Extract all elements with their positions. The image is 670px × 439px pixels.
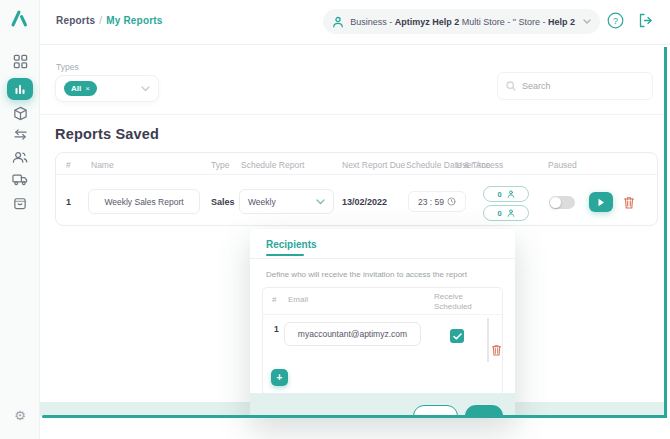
divider — [263, 314, 502, 315]
column-header-receive-scheduled: Receive Scheduled — [434, 292, 478, 312]
delete-report-icon[interactable] — [623, 196, 635, 209]
chevron-down-icon — [141, 86, 150, 92]
sidebar-item-deliveries[interactable] — [0, 172, 40, 186]
column-header-num: # — [66, 160, 71, 170]
package-icon — [13, 106, 28, 121]
search-box — [497, 72, 653, 100]
business-store-selector[interactable]: Business - Aptimyz Help 2 Multi Store - … — [323, 9, 600, 34]
chevron-down-icon — [583, 19, 591, 24]
types-label: Types — [56, 62, 79, 72]
sidebar-item-customers[interactable] — [0, 150, 40, 164]
delete-recipient-icon[interactable] — [491, 344, 502, 356]
business-selector-text: Business - Aptimyz Help 2 Multi Store - … — [350, 17, 575, 27]
column-header-paused: Paused — [548, 160, 577, 170]
logout-icon[interactable] — [637, 12, 654, 29]
divider — [40, 114, 667, 115]
schedule-time-input[interactable]: 23 : 59 — [408, 191, 466, 212]
add-recipient-button[interactable]: + — [271, 369, 288, 386]
types-selected-value: All — [71, 84, 81, 93]
search-icon — [506, 81, 516, 91]
schedule-selected-value: Weekly — [248, 197, 276, 207]
transfer-arrows-icon — [13, 128, 28, 141]
play-icon — [597, 198, 605, 207]
report-name-input[interactable] — [88, 189, 200, 214]
search-input[interactable] — [522, 81, 644, 91]
shopping-bag-icon — [13, 195, 27, 210]
time-value: 23 : 59 — [418, 197, 444, 207]
sidebar-item-transfers[interactable] — [0, 128, 40, 141]
types-select[interactable]: All × — [55, 75, 159, 102]
sidebar-item-reports[interactable] — [7, 78, 33, 100]
user-access-button-bottom[interactable]: 0 — [483, 205, 529, 221]
sidebar-item-orders[interactable] — [0, 195, 40, 210]
clock-icon — [447, 197, 456, 206]
row-number: 1 — [66, 197, 71, 207]
frame-line-horizontal — [42, 415, 667, 418]
grid-icon — [13, 54, 28, 69]
receive-scheduled-checkbox[interactable] — [450, 329, 464, 343]
modal-description: Define who will receive the invitation t… — [266, 270, 467, 279]
column-header-user-access: User Access — [456, 160, 503, 170]
breadcrumb-separator: / — [99, 15, 102, 26]
aptimyz-logo[interactable] — [9, 7, 31, 29]
user-access-count: 0 — [497, 209, 501, 218]
recipients-modal: Recipients Define who will receive the i… — [250, 229, 515, 418]
check-icon — [453, 333, 462, 340]
user-access-button-top[interactable]: 0 — [483, 186, 529, 202]
modal-title: Recipients — [266, 239, 317, 250]
person-icon — [507, 209, 515, 217]
breadcrumb-page[interactable]: My Reports — [106, 15, 162, 26]
chevron-down-icon — [316, 199, 325, 205]
user-access-count: 0 — [497, 190, 501, 199]
row-number: 1 — [274, 324, 279, 334]
column-header-num: # — [272, 295, 276, 304]
breadcrumb-section[interactable]: Reports — [56, 15, 95, 26]
truck-icon — [12, 172, 28, 186]
run-report-button[interactable] — [589, 192, 613, 212]
column-header-name: Name — [91, 160, 114, 170]
column-header-type: Type — [211, 160, 229, 170]
recipient-email-input[interactable] — [284, 322, 421, 346]
scrollbar[interactable] — [487, 318, 489, 362]
gear-icon: ⚙ — [14, 408, 26, 423]
person-icon — [507, 190, 515, 198]
help-icon[interactable]: ? — [607, 12, 624, 29]
divider — [56, 174, 657, 175]
help-symbol: ? — [613, 16, 618, 26]
top-header: Reports/My Reports Business - Aptimyz He… — [40, 0, 670, 45]
sidebar-item-products[interactable] — [0, 106, 40, 121]
toggle-knob — [550, 197, 561, 208]
remove-chip-icon[interactable]: × — [85, 84, 90, 93]
next-report-due: 13/02/2022 — [342, 197, 387, 207]
report-type: Sales — [211, 197, 235, 207]
reports-table: # Name Type Schedule Report Next Report … — [55, 152, 658, 226]
breadcrumb: Reports/My Reports — [56, 15, 163, 26]
bar-chart-icon — [14, 83, 26, 95]
types-selected-chip[interactable]: All × — [64, 81, 97, 96]
page-title: Reports Saved — [55, 126, 159, 142]
schedule-select[interactable]: Weekly — [239, 189, 334, 214]
sidebar-item-dashboard[interactable] — [0, 54, 40, 69]
users-icon — [12, 150, 28, 164]
sidebar: ⚙ — [0, 0, 40, 439]
sidebar-item-settings[interactable]: ⚙ — [0, 408, 40, 423]
recipients-table: # Email Receive Scheduled 1 + — [262, 287, 503, 395]
column-header-schedule: Schedule Report — [241, 160, 304, 170]
frame-line-vertical — [664, 47, 667, 418]
divider — [250, 258, 515, 259]
title-underline — [266, 254, 304, 256]
paused-toggle[interactable] — [549, 196, 575, 209]
column-header-next-due: Next Report Due — [342, 160, 405, 170]
column-header-email: Email — [288, 295, 308, 304]
user-icon — [332, 16, 344, 28]
